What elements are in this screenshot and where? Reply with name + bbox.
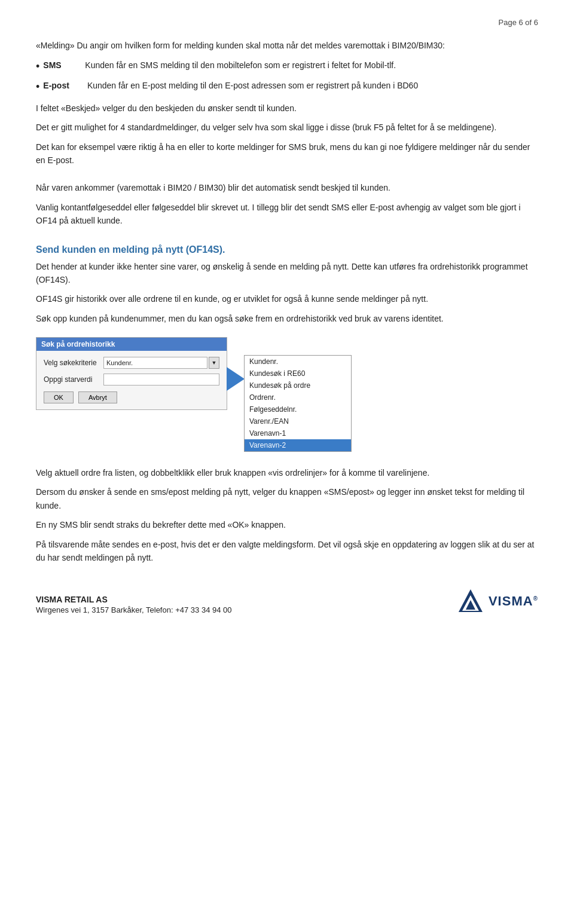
- bullet-row-sms: • SMS Kunden får en SMS melding til den …: [36, 59, 538, 74]
- dropdown-item-kundenr[interactable]: Kundenr.: [245, 356, 351, 368]
- bullet-dot-sms: •: [36, 59, 39, 74]
- page-number: Page 6 of 6: [499, 18, 539, 27]
- dialog-field-starverdi[interactable]: [103, 374, 219, 385]
- bullet-content-epost: Kunden får en E-post melding til den E-p…: [87, 79, 538, 92]
- visma-logo: VISMA®: [457, 588, 538, 614]
- body-paragraph-9: På tilsvarende måte sendes en e-post, hv…: [36, 538, 538, 565]
- dialog-row-2: Oppgi starverdi: [44, 374, 219, 385]
- body-paragraph-6: Velg aktuell ordre fra listen, og dobbel…: [36, 466, 538, 479]
- dialog-input-kundenr: Kundenr. ▼: [103, 357, 219, 369]
- visma-icon: [457, 588, 484, 614]
- arrow-icon: [227, 367, 245, 391]
- body-paragraph-8: En ny SMS blir sendt straks du bekrefter…: [36, 518, 538, 531]
- body-paragraph-7: Dersom du ønsker å sende en sms/epost me…: [36, 485, 538, 512]
- dialog-label-søkekriterie: Velg søkekriterie: [44, 359, 103, 367]
- body-paragraph-5: Søk opp kunden på kundenummer, men du ka…: [36, 312, 538, 325]
- dialog-field-kundenr[interactable]: Kundenr.: [103, 357, 207, 369]
- dropdown-item-varenavn1[interactable]: Varenavn-1: [245, 427, 351, 439]
- dialog-buttons: OK Avbryt: [44, 391, 219, 403]
- intro-paragraph-2: I feltet «Beskjed» velger du den beskjed…: [36, 102, 538, 115]
- bullet-dot-epost: •: [36, 79, 39, 94]
- intro-paragraph-1: «Melding» Du angir om hvilken form for m…: [36, 39, 538, 52]
- dropdown-item-kundesok-re60[interactable]: Kundesøk i RE60: [245, 368, 351, 380]
- body-paragraph-4: OF14S gir historikk over alle ordrene ti…: [36, 292, 538, 305]
- dropdown-item-varenr-ean[interactable]: Varenr./EAN: [245, 415, 351, 427]
- footer-address: Wirgenes vei 1, 3157 Barkåker, Telefon: …: [36, 605, 232, 614]
- dropdown-item-varenavn2[interactable]: Varenavn-2: [245, 439, 351, 451]
- arrow-container: [227, 337, 244, 391]
- dropdown-list: Kundenr. Kundesøk i RE60 Kundesøk på ord…: [244, 355, 352, 452]
- dialog-row-1: Velg søkekriterie Kundenr. ▼: [44, 357, 219, 369]
- bullet-label-epost: E-post: [43, 79, 87, 92]
- dropdown-item-kundesok-ordre[interactable]: Kundesøk på ordre: [245, 380, 351, 391]
- dropdown-item-folgeseddelnr[interactable]: Følgeseddelnr.: [245, 403, 351, 415]
- section-heading: Send kunden en melding på nytt (OF14S).: [36, 244, 538, 255]
- body-paragraph-1: Når varen ankommer (varemottak i BIM20 /…: [36, 181, 538, 194]
- dialog-dropdown-btn[interactable]: ▼: [209, 357, 219, 369]
- bullet-row-epost: • E-post Kunden får en E-post melding ti…: [36, 79, 538, 94]
- dialog-body: Velg søkekriterie Kundenr. ▼ Oppgi starv…: [36, 351, 227, 409]
- intro-paragraph-4: Det kan for eksempel være riktig å ha en…: [36, 140, 538, 167]
- screenshot-container: Søk på ordrehistorikk Velg søkekriterie …: [36, 337, 538, 452]
- footer-company: VISMA RETAIL AS: [36, 595, 232, 604]
- dialog-box: Søk på ordrehistorikk Velg søkekriterie …: [36, 337, 227, 410]
- bullet-section: • SMS Kunden får en SMS melding til den …: [36, 59, 538, 94]
- dialog-cancel-button[interactable]: Avbryt: [78, 391, 117, 403]
- bullet-content-sms: Kunden får en SMS melding til den mobilt…: [85, 59, 538, 72]
- bullet-label-sms: SMS: [43, 59, 85, 72]
- dropdown-item-ordrenr[interactable]: Ordrenr.: [245, 391, 351, 403]
- footer-left: VISMA RETAIL AS Wirgenes vei 1, 3157 Bar…: [36, 595, 232, 614]
- footer-section: VISMA RETAIL AS Wirgenes vei 1, 3157 Bar…: [36, 588, 538, 614]
- body-paragraph-2: Vanlig kontantfølgeseddel eller følgesed…: [36, 201, 538, 228]
- dialog-title-bar: Søk på ordrehistorikk: [36, 338, 227, 351]
- page-header: Page 6 of 6: [36, 18, 538, 27]
- intro-paragraph-3: Det er gitt mulighet for 4 standardmeldi…: [36, 121, 538, 134]
- dialog-label-starverdi: Oppgi starverdi: [44, 375, 103, 384]
- visma-logo-text: VISMA®: [488, 593, 538, 609]
- body-paragraph-3: Det hender at kunder ikke henter sine va…: [36, 260, 538, 287]
- dialog-ok-button[interactable]: OK: [44, 391, 74, 403]
